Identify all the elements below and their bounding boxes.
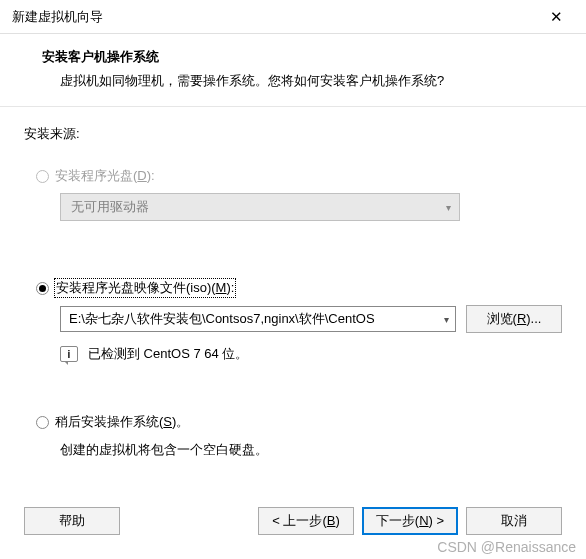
radio-later-label: 稍后安装操作系统(S)。 (55, 413, 189, 431)
disc-drive-value: 无可用驱动器 (71, 198, 149, 216)
detected-text: 已检测到 CentOS 7 64 位。 (88, 345, 248, 363)
chevron-down-icon: ▾ (444, 314, 449, 325)
radio-iso-label: 安装程序光盘映像文件(iso)(M): (55, 279, 235, 297)
watermark: CSDN @Renaissance (437, 539, 576, 555)
close-icon: ✕ (550, 8, 563, 26)
iso-path-value: E:\杂七杂八软件安装包\Contsos7,nginx\软件\CentOS (69, 310, 375, 328)
wizard-header: 安装客户机操作系统 虚拟机如同物理机，需要操作系统。您将如何安装客户机操作系统? (0, 34, 586, 106)
help-button[interactable]: 帮助 (24, 507, 120, 535)
radio-iso[interactable] (36, 282, 49, 295)
later-hint: 创建的虚拟机将包含一个空白硬盘。 (60, 441, 562, 459)
radio-iso-row[interactable]: 安装程序光盘映像文件(iso)(M): (36, 279, 562, 297)
detect-row: i 已检测到 CentOS 7 64 位。 (60, 345, 562, 363)
header-subtitle: 虚拟机如同物理机，需要操作系统。您将如何安装客户机操作系统? (24, 72, 562, 90)
install-source-label: 安装来源: (24, 125, 562, 143)
disc-drive-combo: 无可用驱动器 ▾ (60, 193, 460, 221)
info-icon: i (60, 346, 78, 362)
content-area: 安装来源: 安装程序光盘(D): 无可用驱动器 ▾ 安装程序光盘映像文件(iso… (0, 107, 586, 479)
radio-later-row[interactable]: 稍后安装操作系统(S)。 (36, 413, 562, 431)
option-iso: 安装程序光盘映像文件(iso)(M): E:\杂七杂八软件安装包\Contsos… (24, 279, 562, 363)
back-button[interactable]: < 上一步(B) (258, 507, 354, 535)
chevron-down-icon: ▾ (446, 202, 451, 213)
option-later: 稍后安装操作系统(S)。 创建的虚拟机将包含一个空白硬盘。 (24, 413, 562, 459)
radio-disc (36, 170, 49, 183)
header-title: 安装客户机操作系统 (24, 48, 562, 66)
close-button[interactable]: ✕ (536, 3, 576, 31)
iso-path-combo[interactable]: E:\杂七杂八软件安装包\Contsos7,nginx\软件\CentOS ▾ (60, 306, 456, 332)
titlebar: 新建虚拟机向导 ✕ (0, 0, 586, 34)
radio-disc-label: 安装程序光盘(D): (55, 167, 155, 185)
radio-later[interactable] (36, 416, 49, 429)
footer-buttons: 帮助 < 上一步(B) 下一步(N) > 取消 (0, 507, 586, 535)
option-disc: 安装程序光盘(D): 无可用驱动器 ▾ (24, 167, 562, 221)
window-title: 新建虚拟机向导 (12, 8, 103, 26)
browse-button[interactable]: 浏览(R)... (466, 305, 562, 333)
cancel-button[interactable]: 取消 (466, 507, 562, 535)
radio-disc-row: 安装程序光盘(D): (36, 167, 562, 185)
next-button[interactable]: 下一步(N) > (362, 507, 458, 535)
